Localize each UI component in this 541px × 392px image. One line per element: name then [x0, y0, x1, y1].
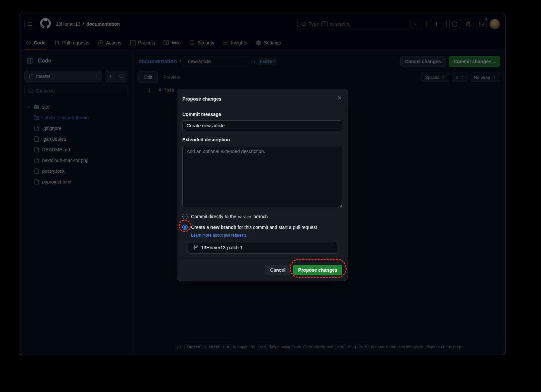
cancel-button[interactable]: Cancel: [265, 265, 290, 275]
new-branch-name-field: [189, 242, 337, 254]
github-window: 13Homer13 / documentation Type / to sear…: [19, 13, 506, 355]
radio-unchecked-icon[interactable]: [182, 214, 188, 219]
learn-more-link[interactable]: Learn more about pull requests: [191, 232, 247, 238]
dialog-title: Propose changes: [182, 96, 221, 103]
extended-description-textarea[interactable]: [182, 146, 342, 208]
dialog-header: Propose changes: [177, 89, 348, 108]
commit-message-label: Commit message: [182, 111, 342, 118]
dialog-footer: Cancel Propose changes: [177, 259, 348, 281]
propose-changes-button[interactable]: Propose changes: [293, 265, 342, 275]
new-branch-name-input[interactable]: [201, 245, 333, 250]
propose-changes-dialog: Propose changes Commit message Extended …: [177, 89, 348, 281]
dialog-body: Commit message Extended description Comm…: [177, 108, 348, 259]
radio-create-branch[interactable]: Create a new branch for this commit and …: [182, 224, 342, 231]
close-dialog-button[interactable]: [334, 93, 345, 103]
radio-branch-label: Create a new branch for this commit and …: [191, 224, 317, 231]
radio-commit-direct[interactable]: Commit directly to the master branch: [182, 213, 342, 221]
radio-direct-label: Commit directly to the master branch: [191, 213, 268, 221]
git-branch-icon: [193, 245, 198, 250]
radio-checked-icon[interactable]: [182, 225, 188, 230]
close-icon: [337, 95, 342, 101]
commit-message-input[interactable]: [182, 120, 342, 131]
extended-description-label: Extended description: [182, 136, 342, 143]
commit-target-options: Commit directly to the master branch Cre…: [182, 213, 342, 254]
